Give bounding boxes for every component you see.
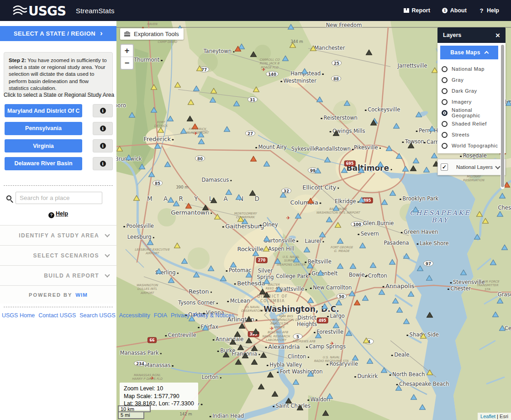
base-maps-label: Base Maps xyxy=(450,49,480,56)
esri-link[interactable]: Esri xyxy=(500,414,508,419)
info-button[interactable]: i xyxy=(93,122,113,135)
layers-panel: Layers × Base Maps National MapGrayDark … xyxy=(437,27,506,175)
radio-icon xyxy=(442,99,448,105)
info-button[interactable]: i xyxy=(93,139,113,152)
divider-dashed xyxy=(4,307,113,307)
basemap-options: National MapGrayDark GrayImageryNational… xyxy=(440,63,498,151)
search-input[interactable] xyxy=(16,192,102,204)
region-row: Virginiai xyxy=(0,139,116,152)
basemap-option-label: Dark Gray xyxy=(452,88,477,94)
footer-link[interactable]: FOIA xyxy=(154,312,167,319)
region-button[interactable]: Pennsylvania xyxy=(5,122,82,135)
basemap-option-dark-gray[interactable]: Dark Gray xyxy=(440,85,498,96)
header-link-report[interactable]: Report xyxy=(404,7,430,14)
info-button[interactable]: i xyxy=(93,157,113,170)
section-label: IDENTIFY A STUDY AREA xyxy=(19,232,99,239)
region-button-label: Delaware River Basin xyxy=(14,160,72,167)
product-title: StreamStats xyxy=(76,7,115,15)
sidebar: SELECT A STATE / REGION › Step 2: You ha… xyxy=(0,21,116,420)
radio-icon xyxy=(442,143,448,149)
header-link-label: Report xyxy=(412,7,430,14)
scalebar-km: 10 km xyxy=(118,405,151,412)
zoom-level-text: Zoom Level: 10 xyxy=(124,385,194,393)
basemap-option-label: Gray xyxy=(452,77,464,83)
layers-panel-title: Layers xyxy=(443,32,461,38)
footer-link[interactable]: Contact USGS xyxy=(38,312,76,319)
header-links: ReportiAbout?Help xyxy=(404,7,499,14)
exploration-tools-button[interactable]: Exploration Tools xyxy=(120,28,184,40)
zoom-in-button[interactable]: + xyxy=(121,45,133,57)
sidebar-sections: IDENTIFY A STUDY AREASELECT SCENARIOSBUI… xyxy=(0,225,116,285)
map-attribution: Leaflet | Esri xyxy=(478,413,511,420)
basemap-option-label: National Geographic xyxy=(452,107,498,118)
base-maps-toggle[interactable]: Base Maps xyxy=(440,46,498,59)
region-button-label: Maryland And District Of Columbia xyxy=(7,108,79,114)
close-icon[interactable]: × xyxy=(495,31,500,39)
radio-icon xyxy=(442,88,448,94)
basemap-option-gray[interactable]: Gray xyxy=(440,74,498,85)
exploration-tools-label: Exploration Tools xyxy=(134,31,179,37)
map-scale-text: Map Scale: 1:577,790 xyxy=(124,393,194,400)
sidebar-section-select-scenarios[interactable]: SELECT SCENARIOS xyxy=(0,245,116,265)
radio-icon xyxy=(442,121,448,127)
header-link-label: About xyxy=(450,7,467,14)
basemap-option-world-topographic[interactable]: World Topographic xyxy=(440,140,498,151)
basemap-option-imagery[interactable]: Imagery xyxy=(440,96,498,107)
region-button[interactable]: Maryland And District Of Columbia xyxy=(5,104,82,117)
footer-link[interactable]: Policy & Notices xyxy=(193,312,234,319)
scalebar-mi: 5 mi xyxy=(118,412,144,419)
sidebar-section-identify-a-study-area[interactable]: IDENTIFY A STUDY AREA xyxy=(0,225,116,245)
chevron-up-icon xyxy=(484,51,489,56)
info-icon: i xyxy=(100,143,106,149)
report-icon xyxy=(404,8,410,14)
basemap-option-label: Imagery xyxy=(452,99,472,105)
basemap-option-national-geographic[interactable]: National Geographic xyxy=(440,107,498,118)
info-icon: i xyxy=(100,161,106,167)
region-button[interactable]: Delaware River Basin xyxy=(5,157,82,170)
panel-scrollbar-thumb[interactable] xyxy=(501,45,504,187)
footer-link[interactable]: Privacy xyxy=(171,312,190,319)
chevron-right-icon: › xyxy=(100,29,103,38)
info-icon: i xyxy=(100,126,106,131)
basemap-option-label: Shaded Relief xyxy=(452,121,487,126)
sidebar-section-build-a-report[interactable]: BUILD A REPORT xyxy=(0,265,116,285)
info-icon: i xyxy=(442,8,448,14)
leaflet-link[interactable]: Leaflet xyxy=(480,414,495,419)
step-label: Step 2: xyxy=(9,58,26,63)
region-button[interactable]: Virginia xyxy=(5,139,82,152)
basemap-option-national-map[interactable]: National Map xyxy=(440,63,498,74)
footer-link[interactable]: Search USGS xyxy=(79,312,116,319)
radio-icon xyxy=(442,77,448,83)
select-state-region-bar[interactable]: SELECT A STATE / REGION › xyxy=(0,26,116,41)
basemap-option-label: Streets xyxy=(452,132,469,137)
panel-scrollbar xyxy=(500,44,505,189)
info-button[interactable]: i xyxy=(93,104,113,117)
step-instructions: Step 2: You have zoomed in sufficiently … xyxy=(4,52,113,97)
header-link-help[interactable]: ?Help xyxy=(479,7,499,14)
powered-by: POWERED BY WIM xyxy=(0,285,116,304)
header-link-about[interactable]: iAbout xyxy=(442,7,467,14)
footer-link[interactable]: USGS Home xyxy=(2,312,35,319)
basemap-option-shaded-relief[interactable]: Shaded Relief xyxy=(440,118,498,129)
toolbox-icon xyxy=(124,31,131,37)
wim-link[interactable]: WIM xyxy=(75,292,88,298)
section-label: BUILD A REPORT xyxy=(44,273,99,279)
click-prompt: Click to select a State or Regional Stud… xyxy=(4,92,114,98)
app-header: USGS StreamStats ReportiAbout?Help xyxy=(0,0,511,21)
footer-link[interactable]: Accessibility xyxy=(119,312,150,319)
radio-icon xyxy=(442,132,448,138)
zoom-out-button[interactable]: − xyxy=(121,57,133,69)
chevron-down-icon xyxy=(105,232,110,237)
search-help-link[interactable]: ?Help xyxy=(0,209,116,218)
zoom-control: + − xyxy=(120,44,134,70)
attribution-separator: | xyxy=(495,414,500,419)
chevron-down-icon[interactable] xyxy=(495,164,500,169)
radio-icon xyxy=(442,110,448,116)
usgs-logo: USGS xyxy=(13,3,67,18)
basemap-option-streets[interactable]: Streets xyxy=(440,129,498,140)
base-maps-box: Base Maps National MapGrayDark GrayImage… xyxy=(437,43,506,153)
region-button-label: Virginia xyxy=(33,143,54,149)
chevron-down-icon xyxy=(105,252,110,257)
powered-by-label: POWERED BY xyxy=(29,292,72,298)
national-layers-checkbox[interactable]: ✓ xyxy=(441,163,448,171)
